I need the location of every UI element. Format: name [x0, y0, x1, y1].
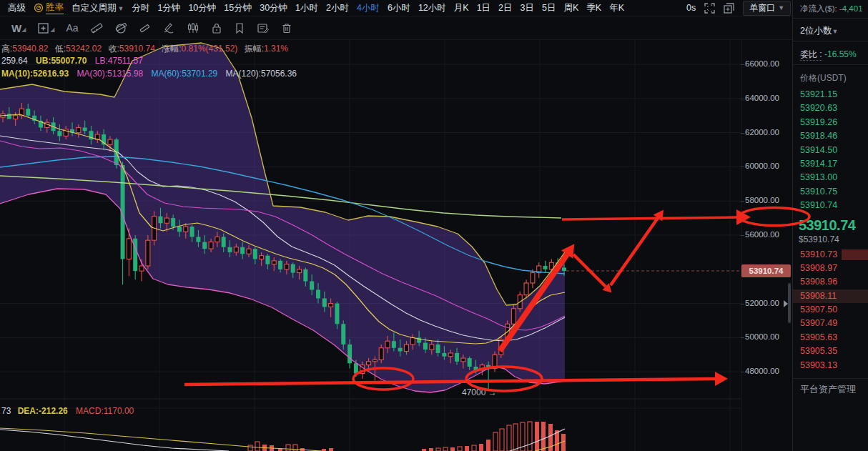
ask-row[interactable]: 53910.75 — [793, 185, 868, 199]
medal-icon — [34, 3, 44, 13]
ask-row[interactable]: 53914.17 — [793, 157, 868, 171]
axis-tick — [741, 99, 744, 99]
last-price-usd: $53910.74 — [793, 234, 868, 244]
timeframe-tab[interactable]: 12小时 — [418, 2, 446, 14]
chevron-down-icon: ▼ — [832, 28, 838, 35]
add-pane-button[interactable] — [724, 3, 734, 14]
ask-row[interactable]: 53918.46 — [793, 129, 868, 143]
timeframe-tab[interactable]: 3日 — [521, 2, 534, 14]
add-frame-tool[interactable]: ◢ — [37, 22, 54, 34]
divider — [793, 378, 868, 379]
axis-price-label: 52000.00 — [745, 299, 779, 307]
timeframe-tab[interactable]: 10分钟 — [188, 2, 216, 14]
chevron-down-icon: ◢ — [21, 26, 26, 33]
ohlc-legend: 高:53940.82 低:53242.02 收:53910.74 涨幅:0.81… — [1, 43, 288, 55]
axis-tick — [741, 235, 744, 236]
bid-row[interactable]: 53905.63 — [793, 331, 868, 345]
ask-row[interactable]: 53919.26 — [793, 116, 868, 129]
top-bar: 高级 胜率 自定义周期▼ 分时1分钟10分钟15分钟30分钟1小时2小时4小时6… — [0, 0, 792, 16]
diagonal-ruler-icon — [90, 21, 103, 34]
bid-row[interactable]: 53905.35 — [793, 345, 868, 358]
timeframe-tab[interactable]: 5日 — [542, 2, 556, 14]
net-inflow: 净流入($): -4,401 — [793, 4, 868, 14]
timeframe-tab[interactable]: 2日 — [498, 2, 512, 14]
ask-row[interactable]: 53920.63 — [793, 101, 868, 115]
win-rate-button[interactable]: 胜率 — [34, 1, 64, 14]
divider — [793, 64, 868, 65]
timeframe-tab[interactable]: 1小时 — [295, 2, 318, 14]
countdown-timer: 0s — [686, 3, 696, 13]
panel-scrollbar[interactable] — [788, 283, 791, 323]
brush-icon — [162, 21, 175, 34]
ask-row[interactable]: 53910.74 — [793, 199, 868, 212]
ask-row[interactable]: 53913.00 — [793, 171, 868, 184]
wave-tool[interactable]: W◢ — [11, 22, 26, 34]
bid-row[interactable]: 53907.49 — [793, 317, 868, 330]
ma-legend: MA(10):52616.93 MA(30):51315.98 MA(60):5… — [1, 69, 297, 79]
bid-row[interactable]: 53908.96 — [793, 275, 868, 289]
timeframe-tab[interactable]: 6小时 — [388, 2, 410, 14]
add-pane-icon — [724, 3, 734, 14]
depth-bar — [842, 249, 868, 260]
custom-period-dropdown[interactable]: 自定义周期▼ — [71, 2, 124, 14]
timeframe-tab[interactable]: 1日 — [477, 2, 490, 14]
bid-row[interactable]: 53903.13 — [793, 359, 868, 372]
bid-row[interactable]: 53908.11 — [793, 289, 868, 303]
add-frame-icon — [37, 22, 49, 34]
timeframe-tab[interactable]: 分时 — [132, 2, 149, 14]
candlestick-chart[interactable]: 47000 → — [0, 0, 741, 451]
order-note-tool[interactable] — [257, 22, 270, 34]
bid-row[interactable]: 53908.97 — [793, 262, 868, 275]
lock-tool[interactable] — [211, 22, 222, 34]
timeframe-tab[interactable]: 1分钟 — [157, 2, 180, 14]
candle-pattern-icon — [187, 21, 199, 34]
ask-row[interactable]: 53921.15 — [793, 88, 868, 101]
timeframe-tabs: 分时1分钟10分钟15分钟30分钟1小时2小时4小时6小时12小时月K1日2日3… — [124, 2, 624, 14]
lock-icon — [211, 22, 222, 34]
decimals-dropdown[interactable]: 2位小数▼ — [793, 25, 868, 37]
timeframe-tab[interactable]: 月K — [454, 2, 469, 14]
win-rate-label: 胜率 — [46, 1, 64, 14]
asset-management-link[interactable]: 平台资产管理 — [793, 383, 868, 396]
order-book-panel: 净流入($): -4,401 2位小数▼ 委比 : -16.55% 价格(USD… — [792, 0, 868, 451]
axis-divider — [741, 39, 741, 451]
axis-price-label: 50000.00 — [745, 332, 779, 341]
short-ruler-tool[interactable] — [139, 22, 151, 34]
circle-tool[interactable] — [114, 21, 127, 34]
brush-tool[interactable] — [162, 21, 175, 34]
timeframe-tab[interactable]: 周K — [563, 2, 578, 14]
delete-tool[interactable] — [281, 22, 292, 34]
short-ruler-icon — [139, 22, 151, 34]
candle-pattern-tool[interactable] — [187, 21, 199, 34]
chevron-down-icon: ▼ — [118, 5, 124, 12]
text-tool[interactable]: Aa — [66, 22, 78, 34]
top-bar-right: 0s 单窗口▼ — [686, 0, 791, 16]
timeframe-tab[interactable]: 2小时 — [326, 2, 349, 14]
axis-tick — [741, 167, 744, 167]
timeframe-tab[interactable]: 30分钟 — [260, 2, 287, 14]
trash-icon — [281, 22, 292, 34]
ask-list: 53921.1553920.6353919.2653918.4653914.50… — [793, 88, 868, 213]
bid-row[interactable]: 53907.50 — [793, 303, 868, 317]
bid-list: 53910.7353908.9753908.9653908.1153907.50… — [793, 248, 868, 373]
axis-tick — [741, 201, 744, 202]
window-mode-button[interactable]: 单窗口▼ — [743, 1, 791, 16]
chevron-down-icon: ▼ — [778, 4, 784, 11]
bookmark-tool[interactable] — [234, 22, 245, 34]
timeframe-tab[interactable]: 季K — [586, 2, 601, 14]
bid-row[interactable]: 53910.73 — [793, 248, 868, 262]
panel-collapse-icon[interactable] — [784, 300, 788, 307]
timeframe-tab[interactable]: 年K — [609, 2, 624, 14]
timeframe-tab[interactable]: 15分钟 — [224, 2, 252, 14]
bookmark-icon — [234, 22, 245, 34]
axis-tick — [741, 337, 744, 338]
diagonal-ruler-tool[interactable] — [90, 21, 103, 34]
price-column-header: 价格(USDT) — [793, 72, 868, 84]
advanced-menu[interactable]: 高级 — [8, 2, 26, 14]
fullscreen-button[interactable] — [704, 3, 715, 14]
axis-price-label: 66000.00 — [745, 59, 779, 68]
circle-draw-icon — [114, 21, 127, 34]
ask-row[interactable]: 53914.50 — [793, 144, 868, 157]
last-price[interactable]: 53910.74 — [793, 217, 868, 234]
timeframe-tab[interactable]: 4小时 — [357, 2, 380, 14]
